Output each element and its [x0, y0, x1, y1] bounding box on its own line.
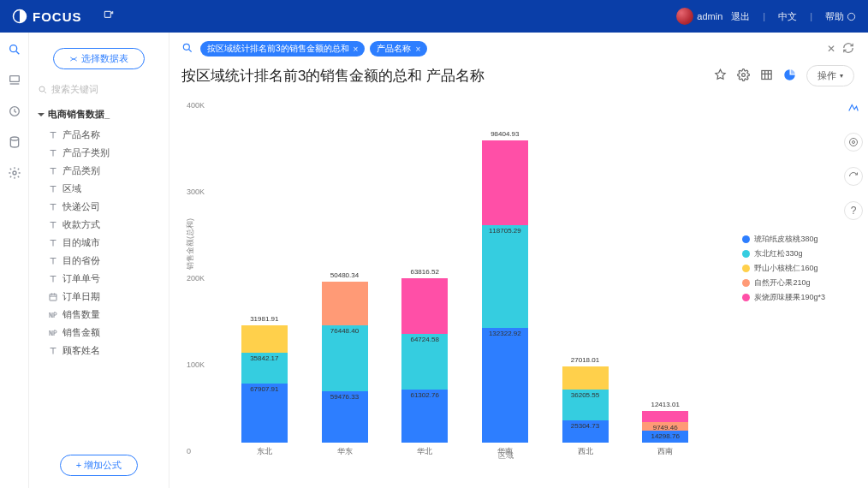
chart-edit-icon[interactable] — [844, 98, 863, 117]
chart-tool-rail: ? — [844, 98, 863, 220]
user-menu[interactable]: admin — [676, 8, 722, 25]
field-item[interactable]: 快递公司 — [36, 198, 162, 216]
field-item[interactable]: 目的城市 — [36, 234, 162, 252]
bar-column[interactable]: 50480.3476448.4059476.33华东 — [322, 282, 368, 443]
x-tick: 华东 — [337, 446, 353, 457]
x-tick: 西南 — [657, 446, 673, 457]
table-view-icon[interactable] — [760, 68, 773, 84]
field-search[interactable]: 搜索关键词 — [38, 83, 160, 96]
legend-item[interactable]: 东北红松330g — [742, 248, 825, 259]
svg-point-7 — [13, 171, 16, 175]
nav-settings-icon[interactable] — [8, 166, 21, 180]
bar-value-label: 59476.33 — [330, 393, 359, 401]
svg-rect-4 — [9, 76, 19, 82]
bar-segment[interactable]: 12413.01 — [642, 411, 688, 422]
bar-column[interactable]: 27018.0136205.5525304.73西北 — [562, 366, 609, 443]
legend-item[interactable]: 琥珀纸皮核桃380g — [742, 234, 825, 245]
field-item[interactable]: 产品子类别 — [36, 144, 162, 162]
bar-column[interactable]: 12413.019749.4614298.76西南 — [642, 411, 688, 443]
bar-segment[interactable]: 31981.91 — [241, 325, 288, 353]
title-row: 按区域统计排名前3的销售金额的总和 产品名称 操作▾ — [169, 62, 868, 90]
bar-value-label: 27018.01 — [571, 356, 599, 364]
nav-data-icon[interactable] — [8, 135, 21, 149]
legend-label: 琥珀纸皮核桃380g — [754, 234, 817, 245]
field-item[interactable]: 订单日期 — [36, 288, 162, 306]
legend-item[interactable]: 自然开心果210g — [742, 277, 825, 289]
field-item[interactable]: 目的省份 — [36, 252, 162, 270]
app-header: FOCUS admin 退出 | 中文 | 帮助 — [0, 0, 868, 33]
query-chip[interactable]: 按区域统计排名前3的销售金额的总和× — [200, 41, 365, 57]
nav-search-icon[interactable] — [8, 43, 21, 57]
chart-view-icon[interactable] — [783, 68, 796, 84]
bar-column[interactable]: 98404.93118705.29132322.92华南 — [482, 140, 528, 443]
bar-segment[interactable]: 14298.76 — [642, 431, 688, 443]
table-node[interactable]: 电商销售数据_ — [38, 108, 162, 121]
svg-rect-1 — [104, 11, 110, 17]
logout-link[interactable]: 退出 — [731, 10, 750, 23]
field-item[interactable]: 销售数量 — [36, 306, 162, 324]
bar-segment[interactable]: 50480.34 — [322, 282, 368, 325]
field-item[interactable]: 订单单号 — [36, 270, 162, 288]
page-title: 按区域统计排名前3的销售金额的总和 产品名称 — [181, 66, 485, 86]
field-label: 销售金额 — [62, 326, 100, 339]
bar-segment[interactable]: 132322.92 — [482, 328, 528, 443]
field-item[interactable]: 产品名称 — [36, 126, 162, 144]
svg-rect-9 — [50, 294, 56, 301]
bar-value-label: 67907.91 — [250, 385, 278, 393]
legend-label: 东北红松330g — [754, 248, 802, 259]
legend-item[interactable]: 炭烧原味腰果190g*3 — [742, 292, 825, 303]
chip-remove-icon[interactable]: × — [354, 45, 359, 54]
clear-query-icon[interactable]: ✕ — [827, 43, 835, 55]
field-item[interactable]: 区域 — [36, 180, 162, 198]
field-item[interactable]: 收款方式 — [36, 216, 162, 234]
y-axis-label: 销售金额(总和) — [185, 218, 196, 270]
help-link[interactable]: 帮助 — [825, 10, 856, 23]
refresh-icon[interactable] — [842, 42, 854, 57]
nav-history-icon[interactable] — [8, 104, 21, 118]
bar-value-label: 31981.91 — [250, 315, 278, 323]
query-search-icon[interactable] — [181, 42, 193, 57]
bar-column[interactable]: 63816.5264724.5861302.76华北 — [401, 278, 448, 443]
edit-icon[interactable] — [103, 9, 115, 24]
operations-button[interactable]: 操作▾ — [806, 65, 854, 86]
field-item[interactable]: 顾客姓名 — [36, 342, 162, 360]
svg-point-6 — [10, 137, 18, 140]
bar-value-label: 76448.40 — [330, 327, 359, 335]
bar-segment[interactable]: 118705.29 — [482, 225, 528, 328]
language-link[interactable]: 中文 — [778, 10, 797, 23]
bar-segment[interactable]: 61302.76 — [401, 390, 448, 443]
legend-swatch — [742, 265, 750, 272]
field-search-placeholder: 搜索关键词 — [51, 83, 98, 96]
pin-icon[interactable] — [714, 68, 727, 84]
bar-segment[interactable]: 98404.93 — [482, 140, 528, 225]
bar-segment[interactable]: 36205.55 — [562, 390, 609, 421]
chip-label: 按区域统计排名前3的销售金额的总和 — [207, 43, 349, 55]
chart-help-icon[interactable]: ? — [844, 201, 863, 220]
bar-segment[interactable]: 76448.40 — [322, 325, 368, 391]
field-label: 目的城市 — [62, 236, 100, 249]
bar-value-label: 118705.29 — [489, 227, 521, 235]
field-label: 顾客姓名 — [62, 344, 100, 357]
field-item[interactable]: 销售金额 — [36, 324, 162, 342]
query-chip[interactable]: 产品名称× — [370, 41, 427, 57]
bar-column[interactable]: 31981.9135842.1767907.91东北 — [241, 325, 288, 443]
config-icon[interactable] — [737, 68, 750, 84]
x-tick: 西北 — [578, 446, 593, 457]
bar-segment[interactable]: 9749.46 — [642, 422, 688, 431]
legend-item[interactable]: 野山小核桃仁160g — [742, 263, 825, 274]
select-table-button[interactable]: 选择数据表 — [53, 48, 145, 69]
add-formula-button[interactable]: + 增加公式 — [60, 455, 138, 476]
bar-segment[interactable]: 59476.33 — [322, 391, 368, 443]
bar-segment[interactable]: 35842.17 — [241, 353, 288, 384]
bar-segment[interactable]: 64724.58 — [401, 334, 448, 390]
bar-segment[interactable]: 67907.91 — [241, 384, 288, 443]
bar-segment[interactable]: 25304.73 — [562, 420, 609, 443]
chart-refresh-icon[interactable] — [844, 167, 863, 186]
bar-segment[interactable]: 27018.01 — [562, 366, 609, 390]
chart-settings-icon[interactable] — [844, 133, 863, 152]
chip-label: 产品名称 — [377, 43, 411, 55]
chip-remove-icon[interactable]: × — [415, 45, 420, 54]
field-item[interactable]: 产品类别 — [36, 162, 162, 180]
nav-pin-icon[interactable] — [8, 74, 21, 87]
bar-segment[interactable]: 63816.52 — [401, 278, 448, 333]
